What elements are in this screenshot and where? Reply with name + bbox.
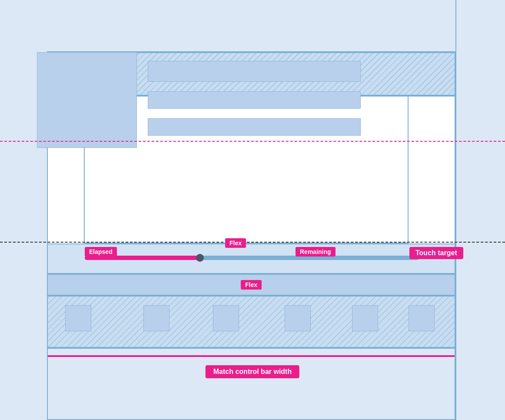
card-right-2 [148,91,361,109]
dashed-black-line [0,242,505,243]
label-flex-progress: Flex [225,238,246,248]
right-panel [408,97,455,244]
outer-container: E M M E Elapsed Remaining Flex Touch tar… [0,0,505,420]
progress-thumb[interactable] [196,254,204,262]
progress-track[interactable] [85,256,419,260]
label-remaining: Remaining [296,247,336,257]
card-right-3 [148,118,361,136]
section-top [47,0,455,52]
label-flex-controls: Flex [241,280,262,290]
button-placeholder-5[interactable] [352,305,378,331]
section-controls: Flex [47,274,455,296]
card-right-1 [148,61,361,82]
label-match-control-bar-width: Match control bar width [206,365,299,378]
button-placeholder-2[interactable] [143,305,169,331]
col-line-e-right [455,0,456,420]
pink-line-bottom [48,355,455,357]
button-placeholder-4[interactable] [285,305,311,331]
label-elapsed: Elapsed [85,247,117,257]
button-placeholder-3[interactable] [213,305,239,331]
section-buttons [47,296,455,348]
section-bottom [47,348,455,420]
button-placeholder-6[interactable] [409,305,435,331]
label-touch-target: Touch target [409,247,463,259]
card-left [37,52,137,148]
section-progress: Elapsed Remaining Flex [47,243,455,274]
dashed-red-center-line [0,141,505,142]
button-placeholder-1[interactable] [65,305,91,331]
right-margin [455,0,505,420]
section-buttons-hatch [48,297,455,347]
